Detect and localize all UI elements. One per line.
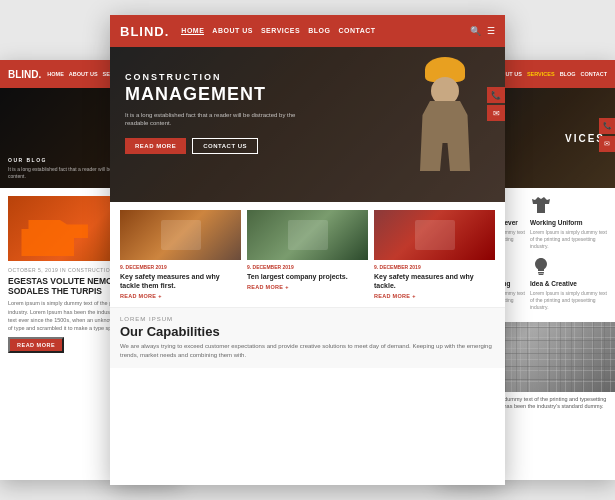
service-item-2: Working Uniform Lorem Ipsum is simply du… [530,194,607,250]
service-title-4: Idea & Creative [530,280,577,288]
main-card: BLIND. HOME ABOUT US SERVICES BLOG CONTA… [110,15,505,485]
service-item-4: Idea & Creative Lorem Ipsum is simply du… [530,255,607,311]
blog-card-3: 9. DECEMBER 2019 Key safety measures and… [374,210,495,299]
nav-blog[interactable]: BLOG [308,27,330,35]
search-icon[interactable]: 🔍 [470,26,481,36]
right-phone-icon[interactable]: 📞 [599,118,615,134]
blog-card-image-2 [247,210,368,260]
nav-icons: 🔍 ☰ [470,26,495,36]
nav-about[interactable]: ABOUT US [212,27,253,35]
service-desc-2: Lorem Ipsum is simply dummy text of the … [530,229,607,250]
blog-card-title-2: Ten largest company projects. [247,272,368,281]
left-read-more-button[interactable]: READ MORE [8,337,64,353]
blog-card-2: 9. DECEMBER 2019 Ten largest company pro… [247,210,368,299]
service-desc-4: Lorem Ipsum is simply dummy text of the … [530,290,607,311]
email-icon-btn[interactable]: ✉ [487,105,505,121]
hero-description: It is a long established fact that a rea… [125,111,305,128]
head-shape [431,77,459,105]
blog-card-image-1 [120,210,241,260]
capabilities-eyebrow: LOREM IPSUM [120,316,495,322]
main-logo: BLIND. [120,24,169,39]
nav-services[interactable]: SERVICES [261,27,300,35]
blog-card-title-3: Key safety measures and why tackle. [374,272,495,290]
blog-card-link-3[interactable]: READ MORE + [374,293,495,299]
blog-card-date-2: 9. DECEMBER 2019 [247,264,368,270]
blog-section: 9. DECEMBER 2019 Key safety measures and… [110,202,505,307]
capabilities-title: Our Capabilities [120,324,495,339]
uniform-icon [530,194,552,216]
contact-us-button[interactable]: CONTACT US [192,138,258,154]
svg-rect-10 [539,274,544,275]
blog-cards-grid: 9. DECEMBER 2019 Key safety measures and… [120,210,495,299]
blog-card-link-2[interactable]: READ MORE + [247,284,368,290]
blog-card-1: 9. DECEMBER 2019 Key safety measures and… [120,210,241,299]
blog-card-date-1: 9. DECEMBER 2019 [120,264,241,270]
hero-eyebrow: CONSTRUCTION [125,72,305,82]
right-nav: ABOUT US SERVICES BLOG CONTACT [493,71,607,77]
menu-icon[interactable]: ☰ [487,26,495,36]
hero-buttons: READ MORE CONTACT US [125,138,305,154]
nav-contact[interactable]: CONTACT [338,27,375,35]
hero-title: MANAGEMENT [125,85,305,105]
hero-section: CONSTRUCTION MANAGEMENT It is a long est… [110,47,505,202]
blog-card-title-1: Key safety measures and why tackle them … [120,272,241,290]
right-nav-services[interactable]: SERVICES [527,71,555,77]
phone-icon-btn[interactable]: 📞 [487,87,505,103]
hero-person [400,57,490,202]
right-email-icon[interactable]: ✉ [599,136,615,152]
nav-home[interactable]: HOME [181,27,204,35]
main-nav: HOME ABOUT US SERVICES BLOG CONTACT [181,27,375,35]
blog-card-image-3 [374,210,495,260]
hero-content: CONSTRUCTION MANAGEMENT It is a long est… [125,72,305,154]
excavator-icon [18,211,88,256]
main-header: BLIND. HOME ABOUT US SERVICES BLOG CONTA… [110,15,505,47]
capabilities-section: LOREM IPSUM Our Capabilities We are alwa… [110,307,505,368]
service-title-2: Working Uniform [530,219,583,227]
blog-card-link-1[interactable]: READ MORE + [120,293,241,299]
svg-rect-9 [538,272,544,274]
blog-card-date-3: 9. DECEMBER 2019 [374,264,495,270]
right-nav-contact[interactable]: CONTACT [581,71,607,77]
read-more-button[interactable]: READ MORE [125,138,186,154]
body-shape [420,101,470,171]
left-nav-home[interactable]: HOME [47,71,64,77]
side-contact-icons: 📞 ✉ [487,87,505,121]
right-side-icons: 📞 ✉ [599,118,615,154]
left-nav-about[interactable]: ABOUT US [69,71,98,77]
right-nav-blog[interactable]: BLOG [560,71,576,77]
lightbulb-icon [530,255,552,277]
left-logo: BLIND. [8,69,41,80]
capabilities-desc: We are always trying to exceed customer … [120,342,495,360]
